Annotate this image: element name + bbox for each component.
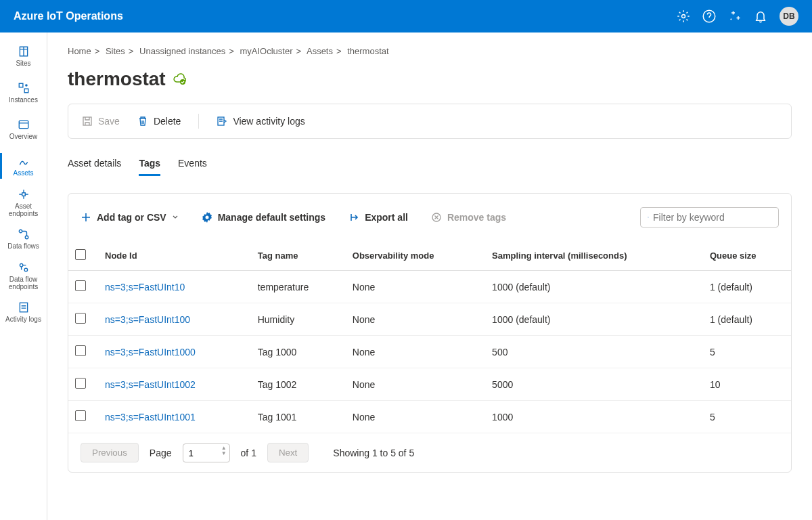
add-tag-button[interactable]: Add tag or CSV bbox=[81, 212, 179, 223]
cell-tag: Tag 1000 bbox=[251, 336, 346, 368]
page-input-wrap[interactable]: ▲▼ bbox=[183, 443, 230, 462]
breadcrumb-link[interactable]: Assets bbox=[307, 46, 333, 56]
tab-asset-details[interactable]: Asset details bbox=[68, 152, 121, 176]
command-bar: Save Delete View activity logs bbox=[68, 104, 792, 139]
sidebar: Sites Instances Overview Assets Asset en… bbox=[0, 32, 47, 520]
filter-input[interactable] bbox=[653, 212, 771, 223]
overview-icon bbox=[18, 118, 30, 131]
sidebar-item-overview[interactable]: Overview bbox=[0, 111, 47, 148]
svg-point-10 bbox=[24, 268, 28, 272]
cell-interval: 1000 (default) bbox=[485, 303, 703, 336]
breadcrumb-link[interactable]: Sites bbox=[106, 46, 125, 56]
col-queue[interactable]: Queue size bbox=[703, 241, 791, 271]
svg-point-7 bbox=[19, 230, 22, 233]
cell-interval: 1000 (default) bbox=[485, 271, 703, 303]
pager: Previous Page ▲▼ of 1 Next Showing 1 to … bbox=[68, 433, 791, 472]
help-icon[interactable] bbox=[702, 9, 716, 23]
filter-box[interactable] bbox=[640, 207, 779, 228]
row-checkbox[interactable] bbox=[75, 378, 86, 389]
remove-icon bbox=[431, 212, 442, 223]
node-id-link[interactable]: ns=3;s=FastUInt1002 bbox=[98, 368, 251, 401]
sidebar-item-label: Assets bbox=[13, 169, 33, 177]
svg-point-18 bbox=[648, 217, 648, 217]
spinner-icon[interactable]: ▲▼ bbox=[221, 446, 227, 456]
sidebar-item-label: Asset endpoints bbox=[0, 202, 47, 217]
cell-mode: None bbox=[346, 336, 485, 368]
col-interval[interactable]: Sampling interval (milliseconds) bbox=[485, 241, 703, 271]
logs-icon bbox=[18, 301, 30, 313]
showing-text: Showing 1 to 5 of 5 bbox=[333, 448, 414, 458]
manage-defaults-button[interactable]: Manage default settings bbox=[202, 212, 325, 223]
table-row: ns=3;s=FastUInt1002Tag 1002None500010 bbox=[68, 368, 791, 401]
activity-logs-button[interactable]: View activity logs bbox=[217, 116, 304, 127]
page-input[interactable] bbox=[189, 448, 209, 458]
node-id-link[interactable]: ns=3;s=FastUInt1000 bbox=[98, 336, 251, 368]
sidebar-item-asset-endpoints[interactable]: Asset endpoints bbox=[0, 184, 47, 221]
svg-rect-3 bbox=[24, 89, 28, 93]
tab-events[interactable]: Events bbox=[178, 152, 207, 176]
sparkle-icon[interactable] bbox=[728, 9, 742, 23]
tags-card: Add tag or CSV Manage default settings E… bbox=[68, 193, 792, 473]
sidebar-item-instances[interactable]: Instances bbox=[0, 74, 47, 111]
bell-icon[interactable] bbox=[754, 9, 767, 23]
cell-mode: None bbox=[346, 271, 485, 303]
tab-tags[interactable]: Tags bbox=[139, 152, 160, 176]
manage-label: Manage default settings bbox=[218, 212, 325, 223]
gear-icon[interactable] bbox=[677, 9, 690, 23]
chevron-down-icon bbox=[172, 214, 179, 221]
cell-queue: 5 bbox=[703, 336, 791, 368]
sidebar-item-activity-logs[interactable]: Activity logs bbox=[0, 294, 47, 330]
cell-tag: Humidity bbox=[251, 303, 346, 336]
activity-icon bbox=[217, 116, 227, 127]
row-checkbox[interactable] bbox=[75, 313, 86, 324]
export-label: Export all bbox=[365, 212, 408, 223]
svg-rect-6 bbox=[22, 192, 25, 196]
sidebar-item-sites[interactable]: Sites bbox=[0, 38, 47, 74]
row-checkbox[interactable] bbox=[75, 280, 86, 291]
breadcrumb-link[interactable]: Home bbox=[68, 46, 91, 56]
breadcrumb-link[interactable]: Unassigned instances bbox=[139, 46, 225, 56]
cell-queue: 1 (default) bbox=[703, 303, 791, 336]
cell-queue: 10 bbox=[703, 368, 791, 401]
select-all-checkbox[interactable] bbox=[75, 249, 86, 260]
table-row: ns=3;s=FastUInt1000Tag 1000None5005 bbox=[68, 336, 791, 368]
cell-interval: 5000 bbox=[485, 368, 703, 401]
svg-rect-2 bbox=[19, 83, 23, 87]
sidebar-item-assets[interactable]: Assets bbox=[0, 148, 47, 184]
cell-tag: temperature bbox=[251, 271, 346, 303]
sidebar-item-label: Activity logs bbox=[5, 316, 41, 323]
delete-button[interactable]: Delete bbox=[137, 116, 181, 127]
sidebar-item-data-flows[interactable]: Data flows bbox=[0, 221, 47, 257]
delete-label: Delete bbox=[154, 116, 181, 127]
sidebar-item-label: Data flows bbox=[7, 242, 39, 250]
node-id-link[interactable]: ns=3;s=FastUInt1001 bbox=[98, 401, 251, 433]
assets-icon bbox=[18, 155, 30, 167]
col-node-id[interactable]: Node Id bbox=[98, 241, 251, 271]
sidebar-item-df-endpoints[interactable]: Data flow endpoints bbox=[0, 257, 47, 294]
export-all-button[interactable]: Export all bbox=[348, 212, 408, 223]
svg-point-4 bbox=[25, 85, 26, 86]
cell-queue: 1 (default) bbox=[703, 271, 791, 303]
divider bbox=[198, 114, 199, 129]
node-id-link[interactable]: ns=3;s=FastUInt100 bbox=[98, 303, 251, 336]
search-icon bbox=[648, 213, 649, 222]
cell-interval: 1000 bbox=[485, 401, 703, 433]
plus-icon bbox=[81, 212, 91, 223]
tabs: Asset details Tags Events bbox=[68, 152, 792, 177]
node-id-link[interactable]: ns=3;s=FastUInt10 bbox=[98, 271, 251, 303]
brand: Azure IoT Operations bbox=[14, 10, 677, 22]
svg-point-0 bbox=[682, 15, 685, 18]
flows-icon bbox=[18, 228, 30, 240]
breadcrumb-link[interactable]: myAIOcluster bbox=[240, 46, 292, 56]
row-checkbox[interactable] bbox=[75, 410, 86, 421]
breadcrumb-current: thermostat bbox=[347, 46, 388, 56]
instances-icon bbox=[18, 82, 30, 94]
avatar[interactable]: DB bbox=[780, 7, 798, 26]
row-checkbox[interactable] bbox=[75, 345, 86, 356]
table-row: ns=3;s=FastUInt10temperatureNone1000 (de… bbox=[68, 271, 791, 303]
col-tag-name[interactable]: Tag name bbox=[251, 241, 346, 271]
col-mode[interactable]: Observability mode bbox=[346, 241, 485, 271]
cell-tag: Tag 1001 bbox=[251, 401, 346, 433]
svg-rect-13 bbox=[83, 117, 91, 125]
page-label: Page bbox=[150, 448, 172, 458]
